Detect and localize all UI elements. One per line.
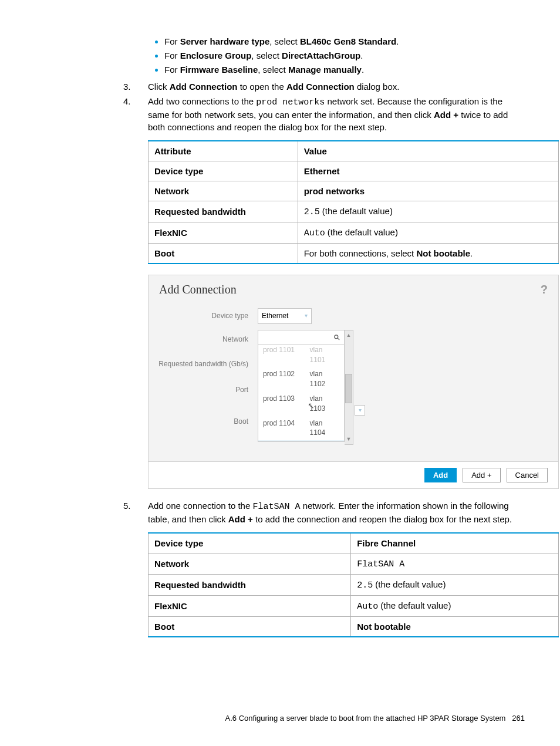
svg-line-1 xyxy=(338,338,339,340)
table-row: BootFor both connections, select Not boo… xyxy=(149,244,559,264)
add-connection-dialog: Add Connection ? Device type Network Req… xyxy=(148,275,559,489)
cancel-button[interactable]: Cancel xyxy=(507,468,548,482)
cursor-icon: ↖ xyxy=(308,400,315,412)
table-row: Requested bandwidth2.5 (the default valu… xyxy=(149,574,559,595)
help-icon[interactable]: ? xyxy=(541,281,548,298)
add-button[interactable]: Add xyxy=(424,468,457,482)
svg-point-0 xyxy=(335,335,338,339)
sub-bullet-list: For Server hardware type, select BL460c … xyxy=(112,35,525,76)
scrollbar[interactable]: ▲ ▼ xyxy=(345,330,353,445)
port-label: Port xyxy=(149,382,254,401)
table-row: Device typeEthernet xyxy=(149,161,559,181)
list-item: prod 1102vlan 1102 xyxy=(258,367,344,391)
dialog-labels: Device type Network Requested bandwidth … xyxy=(149,308,254,445)
scroll-thumb[interactable] xyxy=(345,374,352,403)
table-row: FlexNICAuto (the default value) xyxy=(149,222,559,244)
scroll-down-icon[interactable]: ▼ xyxy=(346,436,352,443)
step-4: 4. Add two connections to the prod netwo… xyxy=(112,95,525,133)
attribute-table-1: AttributeValue Device typeEthernet Netwo… xyxy=(148,140,559,264)
list-item-selected: prod networks(network set) xyxy=(258,440,344,442)
table-row: Requested bandwidth2.5 (the default valu… xyxy=(149,201,559,222)
step-5: 5. Add one connection to the FlatSAN A n… xyxy=(112,499,525,525)
table-row: NetworkFlatSAN A xyxy=(149,553,559,574)
table-header: Attribute xyxy=(149,141,298,161)
network-search-input[interactable] xyxy=(258,330,345,345)
attribute-table-2: Device typeFibre Channel NetworkFlatSAN … xyxy=(148,532,559,637)
device-type-select[interactable]: Ethernet ▾ xyxy=(258,308,312,324)
list-item: prod 1101vlan 1101 xyxy=(258,345,344,367)
add-plus-button[interactable]: Add + xyxy=(463,468,500,482)
table-row: Device typeFibre Channel xyxy=(149,533,559,553)
dialog-title: Add Connection xyxy=(159,281,237,298)
req-bandwidth-label: Requested bandwidth (Gb/s) xyxy=(149,356,254,379)
list-item: prod 1103vlan 1103 xyxy=(258,391,344,416)
scroll-up-icon[interactable]: ▲ xyxy=(346,332,352,339)
port-select-chevron[interactable]: ▾ xyxy=(355,405,365,416)
bullet-item: For Firmware Baseline, select Manage man… xyxy=(164,63,525,76)
network-list[interactable]: prod 1101vlan 1101 prod 1102vlan 1102 pr… xyxy=(258,345,345,442)
table-header: Value xyxy=(298,141,558,161)
bullet-item: For Server hardware type, select BL460c … xyxy=(164,35,525,48)
chevron-down-icon: ▾ xyxy=(305,312,308,320)
device-type-label: Device type xyxy=(149,308,254,328)
boot-label: Boot xyxy=(149,414,254,433)
table-row: FlexNICAuto (the default value) xyxy=(149,595,559,616)
step-3: 3. Click Add Connection to open the Add … xyxy=(112,80,525,93)
bullet-item: For Enclosure Group, select DirectAttach… xyxy=(164,49,525,62)
network-label: Network xyxy=(149,332,254,352)
table-row: BootNot bootable xyxy=(149,616,559,637)
list-item: prod 1104vlan 1104 xyxy=(258,416,344,441)
search-icon xyxy=(333,334,340,341)
table-row: Networkprod networks xyxy=(149,181,559,201)
